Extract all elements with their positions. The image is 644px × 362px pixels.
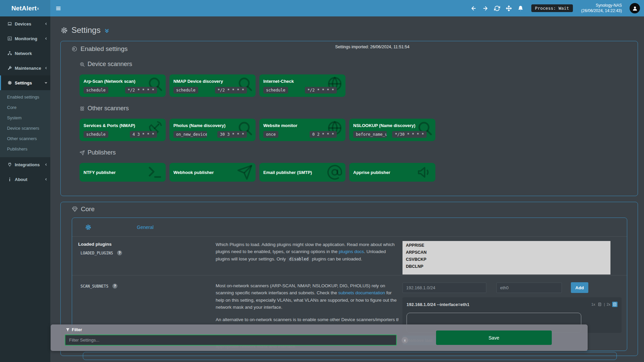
chevron-left-icon: [44, 66, 48, 70]
trigger-chip: schedule: [84, 131, 108, 138]
chevron-left-icon: [44, 22, 48, 25]
save-button[interactable]: Save: [436, 330, 552, 345]
chevron-left-icon: [44, 37, 48, 40]
sidebar-item-integrations[interactable]: Integrations: [0, 157, 50, 172]
collapse-all-icon[interactable]: [104, 28, 110, 34]
listbox-option[interactable]: CSVBCKP: [402, 256, 610, 263]
disabled-chip: disabled: [287, 256, 311, 262]
tile-nmap-discovery[interactable]: NMAP Device discovery schedule */2 * * *…: [169, 74, 256, 97]
sidebar-item-network[interactable]: Network: [0, 46, 50, 61]
submenu-item-system[interactable]: System: [0, 113, 50, 123]
tile-email-publisher[interactable]: Email publisher (SMTP): [259, 163, 345, 182]
nav-forward-icon[interactable]: [482, 5, 488, 11]
page-header: Settings: [60, 24, 638, 36]
tile-website-monitor[interactable]: Website monitor once 0 2 * * *: [259, 119, 345, 141]
app-logo[interactable]: NetAlertx: [0, 0, 50, 16]
gear-icon: [60, 26, 68, 34]
chevron-left-icon: [44, 178, 48, 181]
paper-plane-icon: [79, 150, 85, 156]
process-status-badge: Process: Wait: [531, 4, 573, 12]
search-plus-icon: [79, 62, 85, 67]
trigger-chip: schedule: [173, 87, 198, 94]
submenu-item-device-scanners[interactable]: Device scanners: [0, 123, 50, 133]
chevron-left-icon: [44, 163, 48, 166]
info-icon: [7, 177, 12, 182]
sidebar-item-monitoring[interactable]: Monitoring: [0, 31, 50, 46]
sidebar-item-devices[interactable]: Devices: [0, 16, 50, 31]
tile-webhook-publisher[interactable]: Webhook publisher: [169, 163, 256, 182]
clear-filter-button[interactable]: x: [401, 337, 408, 344]
submenu-item-core[interactable]: Core: [0, 102, 50, 113]
funnel-icon: [66, 328, 70, 332]
trigger-chip: schedule: [84, 87, 108, 94]
cron-chip: */2 * * * *: [215, 87, 247, 94]
cron-chip: */2 * * * *: [305, 87, 337, 94]
help-icon[interactable]: ?: [117, 250, 122, 255]
brand-name: NetAlert: [11, 5, 37, 12]
tile-internet-check[interactable]: Internet-Check schedule */2 * * * *: [259, 74, 345, 97]
group-device-scanners: Device scanners Arp-Scan (Network scan) …: [79, 61, 631, 97]
group-heading: Device scanners: [79, 61, 631, 68]
tile-arp-scan[interactable]: Arp-Scan (Network scan) schedule */2 * *…: [79, 74, 166, 97]
avatar[interactable]: [630, 3, 640, 13]
listbox-option[interactable]: APPRISE: [402, 242, 610, 249]
interface-input[interactable]: [496, 283, 562, 293]
host-timestamp: (26/06/2024, 14:22:43): [581, 8, 622, 14]
next-settings-panel: [83, 352, 617, 360]
trigger-chip: before_name_updates: [353, 131, 387, 138]
add-button[interactable]: Add: [571, 282, 588, 293]
paper-plane-icon: [237, 164, 253, 180]
subnet-input[interactable]: [402, 283, 486, 293]
submenu-item-enabled-settings[interactable]: Enabled settings: [0, 92, 50, 102]
subnets-docs-link[interactable]: subnets documentation: [338, 290, 385, 295]
edit-icon[interactable]: [597, 302, 602, 307]
edit-all-icon[interactable]: [612, 302, 618, 307]
submenu-item-publishers[interactable]: Publishers: [0, 144, 50, 154]
trigger-chip: schedule: [263, 87, 288, 94]
nav-back-icon[interactable]: [471, 5, 477, 11]
listbox-option[interactable]: ARPSCAN: [402, 249, 610, 256]
wrench-icon: [7, 66, 12, 70]
filter-heading: Filter: [66, 327, 82, 332]
fullscreen-move-icon[interactable]: [506, 5, 512, 11]
setting-row-loaded-plugins: Loaded plugins LOADED_PLUGINS? Which Plu…: [72, 237, 627, 275]
subnet-list-item[interactable]: 192.168.1.0/24 --interface=eth1 1x | 2x: [407, 299, 618, 310]
plugins-docs-link[interactable]: plugins docs: [339, 249, 364, 254]
toggle-icon: [71, 46, 77, 52]
setting-description: Which Plugins to load. Adding plugins mi…: [216, 241, 398, 275]
top-navbar: NetAlertx Process: Wait Synology-NAS (26…: [0, 0, 644, 16]
tile-nslookup[interactable]: NSLOOKUP (Name discovery) before_name_up…: [349, 119, 435, 141]
user-icon: [632, 5, 638, 11]
sidebar-toggle-button[interactable]: [50, 0, 66, 16]
sidebar-item-about[interactable]: About: [0, 172, 50, 187]
tile-pholus[interactable]: Pholus (Name discovery) on_new_device 30…: [169, 119, 256, 141]
setting-code-chip: SCAN_SUBNETS: [78, 283, 111, 290]
terminal-icon: [147, 164, 163, 180]
tab-general[interactable]: General: [137, 225, 154, 230]
filter-settings-input[interactable]: [65, 335, 397, 346]
sidebar-item-settings[interactable]: Settings: [0, 75, 50, 90]
refresh-icon[interactable]: [494, 5, 500, 11]
tile-apprise-publisher[interactable]: Apprise publisher: [349, 163, 435, 182]
host-info: Synology-NAS (26/06/2024, 14:22:43): [581, 3, 622, 13]
bullhorn-icon: [417, 164, 433, 180]
list-item-actions: 1x | 2x: [591, 302, 618, 307]
sidebar-item-maintenance[interactable]: Maintenance: [0, 61, 50, 75]
settings-imported-status: Settings imported: 26/06/2024, 11:51:54: [101, 45, 644, 49]
sidebar: Devices Monitoring Network Maintenance S…: [0, 16, 50, 362]
gear-icon: [7, 80, 12, 85]
tile-services-ports[interactable]: Services & Ports (NMAP) schedule 4 3 * *…: [79, 119, 166, 141]
tile-ntfy-publisher[interactable]: NTFY publisher: [79, 163, 166, 182]
loaded-plugins-listbox[interactable]: APPRISE ARPSCAN CSVBCKP DBCLNP: [402, 241, 610, 275]
cron-chip: 30 3 * * *: [217, 131, 247, 138]
setting-code-chip: LOADED_PLUGINS: [78, 250, 115, 256]
help-icon[interactable]: ?: [112, 284, 117, 289]
listbox-option[interactable]: DBCLNP: [402, 263, 610, 270]
cron-chip: */2 * * * *: [125, 87, 157, 94]
submenu-item-other-scanners[interactable]: Other scanners: [0, 133, 50, 144]
laptop-icon: [7, 21, 12, 26]
notifications-bell-icon[interactable]: [518, 5, 524, 11]
chevron-down-icon: [44, 81, 48, 84]
group-heading: Other scanners: [79, 105, 631, 112]
settings-submenu: Enabled settings Core System Device scan…: [0, 90, 50, 157]
